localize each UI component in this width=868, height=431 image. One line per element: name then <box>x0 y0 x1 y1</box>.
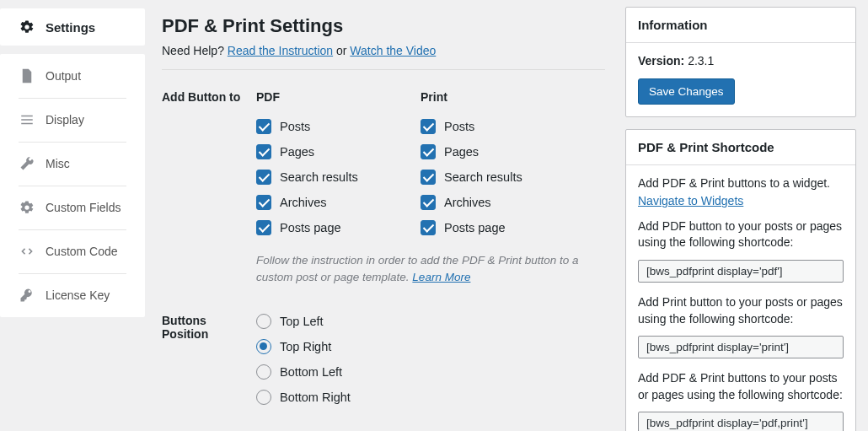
sidebar-item-label: Custom Code <box>46 245 118 258</box>
pdf-checkbox-archives[interactable]: Archives <box>256 195 421 210</box>
version-line: Version: 2.3.1 <box>638 53 844 70</box>
sidebar-item-label: Output <box>46 69 81 83</box>
sidebar-item-display[interactable]: Display <box>0 98 145 142</box>
read-instruction-link[interactable]: Read the Instruction <box>228 44 333 57</box>
print-checkbox-archives[interactable]: Archives <box>421 195 585 210</box>
print-checkbox-posts[interactable]: Posts <box>421 119 585 134</box>
checkbox[interactable] <box>421 119 436 134</box>
buttons-position-section: Buttons Position Top Left Top Right Bott… <box>162 314 605 415</box>
buttons-position-label: Buttons Position <box>162 314 256 415</box>
help-line: Need Help? Read the Instruction or Watch… <box>162 44 605 57</box>
key-icon <box>19 287 35 304</box>
pdf-shortcode-text: Add PDF button to your posts or pages us… <box>638 218 844 251</box>
document-icon <box>19 67 35 84</box>
checkbox[interactable] <box>256 144 271 159</box>
sidebar-item-license-key[interactable]: License Key <box>0 273 145 317</box>
pdf-checklist: Posts Pages Search results Archives Post… <box>256 119 421 235</box>
position-radio-top-right[interactable]: Top Right <box>256 339 605 354</box>
divider <box>162 69 605 70</box>
checkbox[interactable] <box>256 195 271 210</box>
shortcode-panel-title: PDF & Print Shortcode <box>626 130 855 165</box>
pdf-shortcode-box[interactable]: [bws_pdfprint display='pdf'] <box>638 260 844 283</box>
sidebar-title: Settings <box>46 20 95 35</box>
radio[interactable] <box>256 364 271 380</box>
print-header: Print <box>421 90 585 104</box>
main-content: PDF & Print Settings Need Help? Read the… <box>145 0 620 431</box>
checkbox[interactable] <box>256 220 271 235</box>
both-shortcode-text: Add PDF & Print buttons to your posts or… <box>638 370 844 403</box>
wrench-icon <box>19 155 35 172</box>
version-label: Version: <box>638 54 684 67</box>
position-radios: Top Left Top Right Bottom Left Bottom Ri… <box>256 314 605 415</box>
checkbox-label: Search results <box>280 170 358 184</box>
position-radio-bottom-right[interactable]: Bottom Right <box>256 390 605 405</box>
checkbox[interactable] <box>421 195 436 210</box>
checkbox[interactable] <box>421 144 436 159</box>
checkbox[interactable] <box>421 170 436 185</box>
gear-icon <box>19 19 35 35</box>
print-shortcode-text: Add Print button to your posts or pages … <box>638 294 844 327</box>
print-checkbox-pages[interactable]: Pages <box>421 144 585 159</box>
sidebar-item-custom-code[interactable]: Custom Code <box>0 229 145 273</box>
pdf-column: PDF Posts Pages Search results Archives … <box>256 90 421 245</box>
sidebar-item-label: Custom Fields <box>46 201 121 214</box>
information-panel-title: Information <box>626 8 855 43</box>
print-checkbox-posts-page[interactable]: Posts page <box>421 220 585 235</box>
print-checkbox-search[interactable]: Search results <box>421 170 585 185</box>
sidebar-item-misc[interactable]: Misc <box>0 142 145 186</box>
add-button-section: Add Button to PDF Posts Pages Search res… <box>162 90 605 285</box>
sidebar-item-label: License Key <box>46 288 110 302</box>
information-panel: Information Version: 2.3.1 Save Changes <box>625 7 856 117</box>
print-shortcode-box[interactable]: [bws_pdfprint display='print'] <box>638 336 844 358</box>
print-checklist: Posts Pages Search results Archives Post… <box>421 119 585 235</box>
checkbox-label: Posts <box>280 120 310 133</box>
pdf-checkbox-posts[interactable]: Posts <box>256 119 421 134</box>
sidebar: Settings Output Display Misc <box>0 0 145 431</box>
checkbox-label: Pages <box>280 145 314 159</box>
help-or: or <box>333 44 350 57</box>
pdf-checkbox-search[interactable]: Search results <box>256 170 421 185</box>
position-radio-bottom-left[interactable]: Bottom Left <box>256 364 605 380</box>
sidebar-item-label: Display <box>46 113 84 127</box>
pdf-checkbox-posts-page[interactable]: Posts page <box>256 220 421 235</box>
radio-label: Top Left <box>280 315 324 328</box>
checkbox-label: Pages <box>444 145 479 159</box>
radio[interactable] <box>256 390 271 405</box>
radio-label: Top Right <box>280 340 331 353</box>
widget-text: Add PDF & Print buttons to a widget. <box>638 175 844 192</box>
pdf-checkbox-pages[interactable]: Pages <box>256 144 421 159</box>
list-icon <box>19 111 35 128</box>
radio[interactable] <box>256 314 271 329</box>
shortcode-panel: PDF & Print Shortcode Add PDF & Print bu… <box>625 129 856 431</box>
checkbox-label: Search results <box>444 170 522 184</box>
sidebar-list: Output Display Misc Custom Fields <box>0 54 145 317</box>
checkbox[interactable] <box>256 170 271 185</box>
radio-label: Bottom Left <box>280 365 342 379</box>
checkbox-label: Archives <box>444 196 491 209</box>
navigate-widgets-link[interactable]: Navigate to Widgets <box>638 194 743 207</box>
save-changes-button[interactable]: Save Changes <box>638 78 735 105</box>
radio[interactable] <box>256 339 271 354</box>
checkbox-label: Posts page <box>444 221 506 234</box>
print-column: Print Posts Pages Search results Archive… <box>421 90 585 245</box>
learn-more-link[interactable]: Learn More <box>412 271 470 283</box>
help-prefix: Need Help? <box>162 44 228 57</box>
sidebar-item-custom-fields[interactable]: Custom Fields <box>0 186 145 229</box>
add-button-hint: Follow the instruction in order to add t… <box>256 252 585 285</box>
version-value: 2.3.1 <box>688 54 714 67</box>
sidebar-item-output[interactable]: Output <box>0 54 145 98</box>
sidebar-item-label: Misc <box>46 157 70 170</box>
aside: Information Version: 2.3.1 Save Changes … <box>620 0 868 431</box>
position-radio-top-left[interactable]: Top Left <box>256 314 605 329</box>
watch-video-link[interactable]: Watch the Video <box>350 44 436 57</box>
pdf-header: PDF <box>256 90 421 104</box>
code-icon <box>19 243 35 260</box>
sidebar-header: Settings <box>0 8 145 46</box>
gear-icon <box>19 199 35 216</box>
both-shortcode-box[interactable]: [bws_pdfprint display='pdf,print'] <box>638 412 844 431</box>
checkbox[interactable] <box>256 119 271 134</box>
checkbox-label: Archives <box>280 196 327 209</box>
checkbox[interactable] <box>421 220 436 235</box>
add-button-label: Add Button to <box>162 90 256 245</box>
checkbox-label: Posts page <box>280 221 341 234</box>
